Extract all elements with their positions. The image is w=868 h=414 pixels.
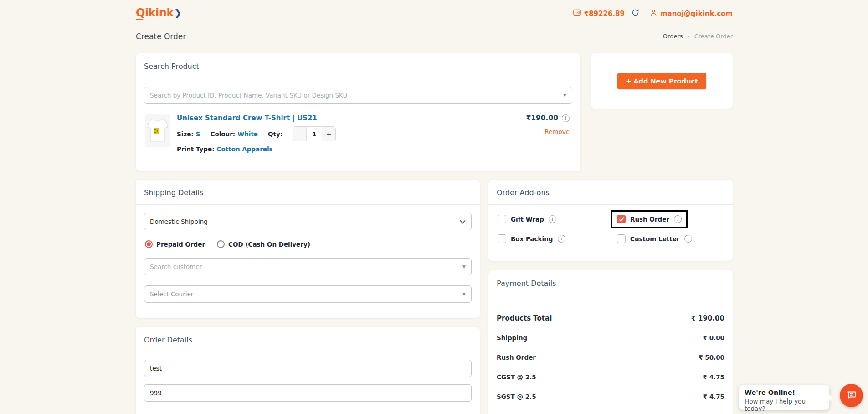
qty-value: 1 bbox=[307, 130, 322, 138]
chat-message-text: How may I help you today? bbox=[745, 398, 824, 412]
payment-details-title: Payment Details bbox=[488, 270, 733, 295]
shipping-type-select[interactable]: Domestic Shipping bbox=[144, 213, 472, 230]
search-product-title: Search Product bbox=[136, 53, 580, 78]
logo-chevron-icon: ❯ bbox=[174, 7, 181, 18]
box-packing-addon[interactable]: Box Packing bbox=[498, 234, 565, 243]
order-details-field-2[interactable] bbox=[144, 384, 472, 402]
size-value[interactable]: S bbox=[196, 130, 200, 138]
price-info-icon[interactable] bbox=[562, 114, 570, 122]
refresh-icon bbox=[631, 8, 640, 19]
payment-row-value: ₹ 50.00 bbox=[699, 354, 724, 361]
prepaid-order-radio[interactable]: Prepaid Order bbox=[145, 240, 205, 248]
payment-row-value: ₹ 0.00 bbox=[703, 334, 724, 342]
customer-search-input[interactable] bbox=[150, 263, 457, 270]
caret-down-icon: ▼ bbox=[563, 93, 566, 98]
rush-order-addon[interactable]: Rush Order bbox=[612, 212, 686, 227]
gift-wrap-checkbox[interactable] bbox=[498, 215, 506, 223]
product-name-link[interactable]: Unisex Standard Crew T-Shirt | US21 bbox=[177, 114, 336, 122]
payment-row-label: SGST @ 2.5 bbox=[497, 393, 536, 400]
radio-unselected-icon bbox=[217, 240, 225, 248]
custom-letter-label: Custom Letter bbox=[630, 235, 680, 243]
order-details-title: Order Details bbox=[136, 327, 480, 352]
shipping-details-card: Shipping Details Domestic Shipping Prepa… bbox=[136, 180, 480, 318]
payment-row-value: ₹ 190.00 bbox=[691, 314, 724, 322]
qikink-logo[interactable]: Qikink❯ bbox=[136, 6, 181, 19]
chat-launcher-button[interactable] bbox=[840, 384, 863, 407]
wallet-amount: ₹89226.89 bbox=[584, 10, 625, 18]
cod-radio[interactable]: COD (Cash On Delivery) bbox=[217, 240, 310, 248]
create-order-page: Qikink❯ ₹89226.89 bbox=[0, 0, 868, 414]
payment-row-label: Products Total bbox=[497, 314, 552, 322]
payment-row: CGST @ 2.5 ₹ 4.75 bbox=[497, 367, 724, 387]
payment-row-value: ₹ 4.75 bbox=[703, 373, 724, 381]
breadcrumb-current: Create Order bbox=[694, 33, 733, 40]
payment-row-value: ₹ 4.75 bbox=[703, 393, 724, 400]
wallet-balance[interactable]: ₹89226.89 bbox=[573, 8, 625, 19]
order-details-field-1[interactable] bbox=[144, 360, 472, 377]
payment-row: Shipping ₹ 0.00 bbox=[497, 328, 724, 347]
qty-plus-button[interactable]: + bbox=[322, 127, 335, 141]
search-product-card: Search Product ▼ Un bbox=[136, 53, 580, 171]
gift-wrap-addon[interactable]: Gift Wrap bbox=[498, 215, 556, 223]
selected-product-row: Unisex Standard Crew T-Shirt | US21 Size… bbox=[144, 114, 572, 153]
logo-text: Qikink bbox=[136, 6, 174, 19]
colour-label: Colour: bbox=[211, 130, 236, 138]
breadcrumb: Orders › Create Order bbox=[663, 33, 733, 40]
product-price: ₹190.00 bbox=[526, 114, 558, 122]
payment-row-label: Rush Order bbox=[497, 354, 536, 361]
custom-letter-checkbox[interactable] bbox=[617, 234, 626, 243]
breadcrumb-orders-link[interactable]: Orders bbox=[663, 33, 683, 40]
payment-row: SGST @ 2.5 ₹ 4.75 bbox=[497, 387, 724, 406]
box-packing-checkbox[interactable] bbox=[498, 234, 506, 243]
custom-letter-info-icon[interactable] bbox=[684, 235, 692, 243]
add-new-product-button[interactable]: + Add New Product bbox=[617, 73, 706, 89]
account-email: manoj@qikink.com bbox=[660, 10, 733, 18]
add-product-card: + Add New Product bbox=[591, 53, 733, 109]
breadcrumb-separator: › bbox=[688, 33, 690, 40]
refresh-balance-button[interactable] bbox=[631, 8, 640, 19]
caret-down-icon: ▼ bbox=[462, 292, 466, 296]
size-label: Size: bbox=[177, 130, 194, 138]
chat-status-text: We're Online! bbox=[745, 389, 824, 396]
payment-row: Rush Order ₹ 50.00 bbox=[497, 347, 724, 367]
colour-value[interactable]: White bbox=[237, 130, 258, 138]
courier-select[interactable]: Select Courier ▼ bbox=[144, 285, 472, 303]
order-addons-card: Order Add-ons Gift Wrap Rush Order bbox=[488, 180, 733, 261]
order-details-card: Order Details bbox=[136, 327, 480, 414]
box-packing-info-icon[interactable] bbox=[558, 235, 565, 243]
shipping-details-title: Shipping Details bbox=[136, 180, 480, 205]
addons-grid: Gift Wrap Rush Order Box Packing bbox=[488, 205, 733, 243]
account-menu[interactable]: manoj@qikink.com bbox=[650, 9, 733, 18]
product-search-input[interactable] bbox=[150, 92, 558, 99]
radio-selected-icon bbox=[145, 240, 153, 248]
print-type-value[interactable]: Cotton Apparels bbox=[217, 145, 273, 153]
order-addons-title: Order Add-ons bbox=[488, 180, 733, 205]
box-packing-label: Box Packing bbox=[511, 235, 553, 243]
payment-row-label: Shipping bbox=[497, 334, 527, 342]
rush-order-label: Rush Order bbox=[630, 216, 669, 223]
rush-order-info-icon[interactable] bbox=[674, 215, 682, 223]
user-icon bbox=[650, 9, 657, 18]
remove-product-link[interactable]: Remove bbox=[544, 128, 570, 135]
caret-down-icon: ▼ bbox=[462, 264, 466, 269]
payment-mode-radios: Prepaid Order COD (Cash On Delivery) bbox=[145, 240, 472, 248]
qty-label: Qty: bbox=[268, 130, 282, 138]
logo-underline bbox=[136, 19, 143, 20]
customer-search-select[interactable]: ▼ bbox=[144, 258, 472, 275]
qty-minus-button[interactable]: – bbox=[293, 127, 307, 141]
product-thumbnail bbox=[145, 114, 170, 147]
shipping-type-value: Domestic Shipping bbox=[150, 218, 208, 225]
print-type-label: Print Type: bbox=[177, 145, 215, 153]
chevron-down-icon bbox=[460, 218, 466, 224]
payment-row: CGST @ 9 ₹ 4.50 bbox=[497, 406, 724, 414]
courier-placeholder: Select Courier bbox=[150, 290, 193, 298]
payment-details-card: Payment Details Products Total ₹ 190.00 … bbox=[488, 270, 733, 414]
gift-wrap-info-icon[interactable] bbox=[549, 215, 556, 223]
quantity-stepper: – 1 + bbox=[293, 126, 336, 141]
custom-letter-addon[interactable]: Custom Letter bbox=[617, 234, 692, 243]
wallet-icon bbox=[573, 8, 581, 19]
card-divider bbox=[136, 160, 580, 160]
gift-wrap-label: Gift Wrap bbox=[511, 216, 544, 223]
product-search-select[interactable]: ▼ bbox=[144, 87, 572, 104]
rush-order-checkbox[interactable] bbox=[617, 215, 626, 223]
